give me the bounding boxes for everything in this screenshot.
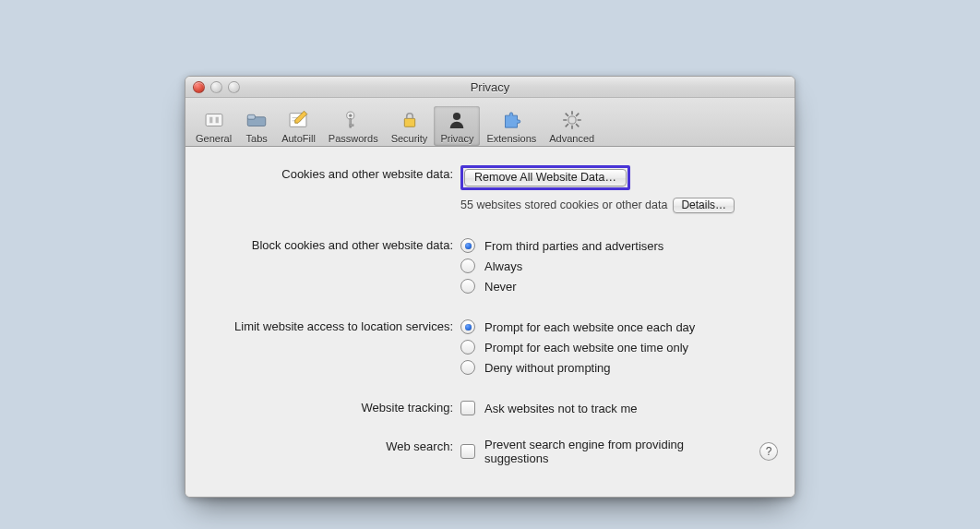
- help-button[interactable]: ?: [759, 442, 778, 461]
- svg-point-14: [568, 116, 576, 124]
- label-websearch: Web search:: [202, 438, 460, 453]
- highlight: Remove All Website Data…: [460, 165, 630, 190]
- label-block-cookies: Block cookies and other website data:: [202, 236, 460, 252]
- toolbar-label: AutoFill: [281, 133, 316, 144]
- toolbar-tab-advanced[interactable]: Advanced: [543, 106, 601, 146]
- toolbar-tab-general[interactable]: General: [189, 106, 238, 146]
- svg-line-19: [565, 114, 568, 116]
- row-websearch: Web search: Prevent search engine from p…: [202, 438, 778, 465]
- preferences-toolbar: General Tabs AutoFill Passwords Security: [185, 98, 795, 147]
- window-title: Privacy: [185, 80, 795, 94]
- svg-rect-0: [206, 114, 222, 126]
- radio-location-deny[interactable]: [460, 360, 475, 375]
- radio-block-always[interactable]: [460, 258, 475, 273]
- row-tracking: Website tracking: Ask websites not to tr…: [202, 399, 778, 417]
- close-window-button[interactable]: [193, 81, 205, 93]
- toolbar-label: General: [196, 133, 232, 144]
- radio-label: Prompt for each website one time only: [484, 341, 688, 355]
- pencil-form-icon: [286, 108, 310, 132]
- svg-line-21: [576, 114, 579, 116]
- svg-rect-12: [404, 118, 414, 126]
- svg-line-22: [565, 124, 568, 126]
- row-cookies: Cookies and other website data: Remove A…: [202, 165, 778, 214]
- preferences-window: Privacy General Tabs AutoFill Passw: [185, 76, 795, 498]
- lock-icon: [398, 108, 422, 132]
- radio-location-daily[interactable]: [460, 319, 475, 334]
- radio-label: Never: [484, 280, 517, 294]
- cookies-status-text: 55 websites stored cookies or other data: [460, 198, 667, 211]
- svg-rect-1: [209, 117, 212, 124]
- toolbar-label: Advanced: [549, 133, 594, 144]
- toolbar-tab-tabs[interactable]: Tabs: [238, 106, 275, 146]
- label-tracking: Website tracking:: [202, 399, 460, 415]
- radio-block-never[interactable]: [460, 279, 475, 294]
- svg-point-9: [349, 114, 352, 117]
- toolbar-label: Extensions: [486, 133, 536, 144]
- svg-point-13: [453, 113, 460, 120]
- puzzle-icon: [499, 108, 523, 132]
- switch-icon: [202, 108, 226, 132]
- toolbar-tab-autofill[interactable]: AutoFill: [275, 106, 322, 146]
- svg-rect-4: [247, 114, 255, 119]
- toolbar-tab-privacy[interactable]: Privacy: [434, 106, 480, 146]
- details-button[interactable]: Details…: [673, 198, 735, 213]
- toolbar-label: Passwords: [329, 133, 378, 144]
- window-controls: [193, 81, 240, 93]
- checkbox-do-not-track[interactable]: [460, 401, 475, 415]
- tabs-icon: [245, 108, 269, 132]
- toolbar-tab-passwords[interactable]: Passwords: [322, 106, 385, 146]
- minimize-window-button[interactable]: [210, 81, 222, 93]
- key-icon: [341, 108, 365, 132]
- label-location: Limit website access to location service…: [202, 318, 460, 333]
- row-location: Limit website access to location service…: [202, 318, 778, 377]
- checkbox-label: Ask websites not to track me: [484, 402, 637, 415]
- radio-label: Deny without prompting: [484, 361, 611, 375]
- zoom-window-button[interactable]: [228, 81, 240, 93]
- svg-line-20: [576, 124, 579, 126]
- svg-rect-11: [350, 125, 353, 126]
- row-block-cookies: Block cookies and other website data: Fr…: [202, 236, 778, 295]
- toolbar-tab-extensions[interactable]: Extensions: [480, 106, 543, 146]
- radio-location-once[interactable]: [460, 340, 475, 355]
- titlebar: Privacy: [185, 77, 795, 98]
- toolbar-label: Privacy: [440, 133, 473, 144]
- radio-label: Always: [484, 259, 522, 273]
- checkbox-label: Prevent search engine from providing sug…: [484, 438, 748, 465]
- radio-label: Prompt for each website once each day: [484, 320, 695, 334]
- privacy-pane: Cookies and other website data: Remove A…: [185, 147, 795, 497]
- remove-all-website-data-button[interactable]: Remove All Website Data…: [464, 169, 627, 186]
- toolbar-label: Security: [391, 133, 428, 144]
- label-cookies: Cookies and other website data:: [202, 165, 460, 181]
- silhouette-icon: [445, 108, 469, 132]
- checkbox-prevent-suggestions[interactable]: [460, 444, 475, 459]
- toolbar-label: Tabs: [246, 133, 268, 144]
- gear-icon: [560, 108, 584, 132]
- svg-rect-2: [215, 117, 218, 124]
- radio-label: From third parties and advertisers: [484, 239, 663, 253]
- toolbar-tab-security[interactable]: Security: [385, 106, 435, 146]
- radio-block-third-parties[interactable]: [460, 238, 475, 253]
